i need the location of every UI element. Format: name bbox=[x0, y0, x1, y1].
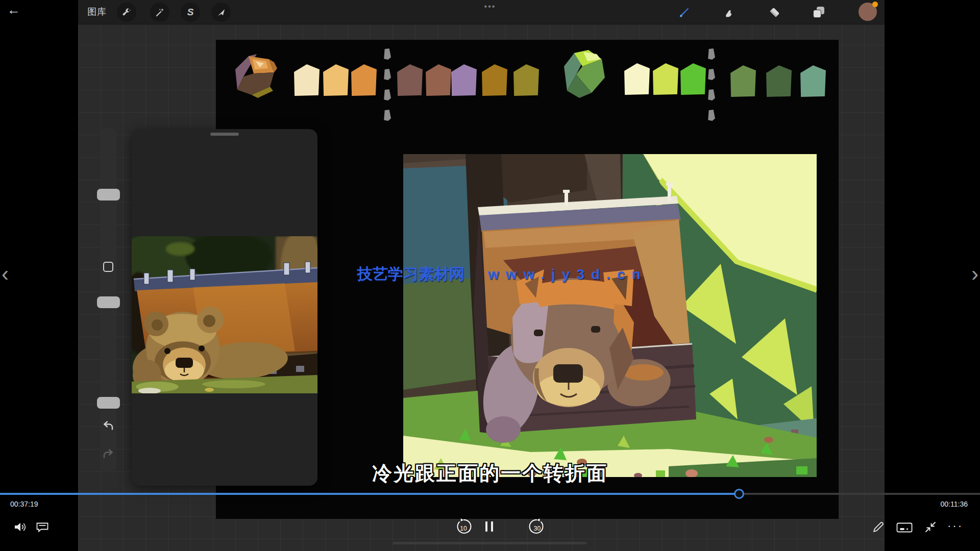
previous-video-chevron[interactable]: ‹ bbox=[2, 263, 9, 285]
palette-swatch[interactable] bbox=[293, 64, 320, 96]
undo-icon[interactable] bbox=[102, 419, 115, 433]
magic-wand-icon[interactable] bbox=[150, 3, 169, 22]
annotate-pencil-icon[interactable] bbox=[872, 520, 885, 534]
paint-brush-icon[interactable] bbox=[675, 3, 694, 21]
layers-icon[interactable] bbox=[810, 3, 828, 21]
palette-swatch[interactable] bbox=[396, 64, 423, 96]
palette-divider-dots bbox=[707, 48, 717, 130]
palette-swatch[interactable] bbox=[425, 64, 451, 96]
palette-swatch[interactable] bbox=[679, 63, 706, 95]
subtitles-icon[interactable] bbox=[36, 521, 49, 533]
next-video-chevron[interactable]: › bbox=[971, 263, 978, 285]
reference-photo bbox=[132, 236, 317, 393]
rock-study-green bbox=[559, 46, 610, 103]
palette-swatch[interactable] bbox=[623, 63, 650, 95]
brush-opacity-slider[interactable] bbox=[97, 296, 120, 308]
adjustments-icon[interactable]: S bbox=[181, 3, 200, 22]
layers-glyph bbox=[812, 6, 825, 19]
selection-arrow-icon[interactable] bbox=[211, 3, 231, 22]
progress-filled bbox=[0, 493, 739, 495]
progress-handle[interactable] bbox=[734, 489, 744, 499]
palette-swatch[interactable] bbox=[350, 64, 377, 96]
brush-size-slider[interactable] bbox=[97, 189, 120, 201]
current-time: 00:37:19 bbox=[10, 500, 38, 508]
current-color-swatch[interactable] bbox=[859, 3, 877, 21]
adjustments-glyph: S bbox=[187, 7, 194, 18]
eraser-icon[interactable] bbox=[766, 3, 784, 21]
reference-panel[interactable] bbox=[132, 129, 317, 486]
palette-divider-dots bbox=[383, 48, 393, 130]
subtitle-text: 冷光跟正面的一个转折面 bbox=[372, 460, 608, 487]
palette-swatch[interactable] bbox=[729, 65, 756, 97]
rewind-seconds-label: 10 bbox=[460, 525, 467, 532]
palette-swatch[interactable] bbox=[512, 64, 539, 96]
smudge-icon[interactable] bbox=[719, 3, 738, 21]
rewind-10-button[interactable]: 10 bbox=[454, 517, 473, 536]
procreate-sidebar bbox=[100, 128, 116, 471]
procreate-topbar: 图库 S bbox=[78, 0, 885, 24]
palette-swatch[interactable] bbox=[652, 63, 678, 95]
forward-seconds-label: 30 bbox=[534, 525, 541, 532]
palette-swatch[interactable] bbox=[481, 64, 507, 96]
forward-30-button[interactable]: 30 bbox=[528, 517, 546, 536]
watermark-site-name: 技艺学习素材网 bbox=[357, 264, 464, 285]
end-time: 00:11:36 bbox=[941, 500, 968, 508]
player-more-handle[interactable]: ••• bbox=[484, 2, 496, 11]
color-alert-dot bbox=[872, 2, 878, 7]
painting-artwork bbox=[403, 154, 817, 477]
palette-swatch[interactable] bbox=[799, 65, 826, 97]
palette-swatch[interactable] bbox=[765, 65, 792, 97]
screen: { "video_player": { "back_icon": "←", "t… bbox=[0, 0, 980, 551]
back-button[interactable]: ← bbox=[7, 2, 20, 18]
reference-panel-grip[interactable] bbox=[210, 133, 239, 136]
palette-swatch[interactable] bbox=[450, 64, 477, 96]
pip-icon[interactable] bbox=[896, 522, 913, 533]
rock-study-warm bbox=[231, 50, 280, 101]
watermark-site-url: www.jy3d.cn bbox=[488, 266, 647, 283]
redo-icon[interactable] bbox=[102, 447, 115, 461]
pause-button[interactable] bbox=[485, 521, 493, 532]
wrench-icon[interactable] bbox=[117, 3, 136, 22]
video-content: 图库 S bbox=[78, 0, 885, 551]
home-indicator[interactable] bbox=[393, 542, 586, 544]
palette-swatch[interactable] bbox=[322, 64, 349, 96]
modify-button[interactable] bbox=[103, 262, 113, 272]
gallery-button[interactable]: 图库 bbox=[87, 6, 107, 18]
collapse-icon[interactable] bbox=[924, 520, 937, 534]
sidebar-extra-handle[interactable] bbox=[97, 397, 120, 409]
more-options-icon[interactable]: ··· bbox=[947, 523, 963, 529]
volume-icon[interactable] bbox=[13, 520, 28, 534]
progress-bar[interactable] bbox=[0, 493, 980, 495]
watermark: 技艺学习素材网 www.jy3d.cn bbox=[357, 264, 647, 285]
